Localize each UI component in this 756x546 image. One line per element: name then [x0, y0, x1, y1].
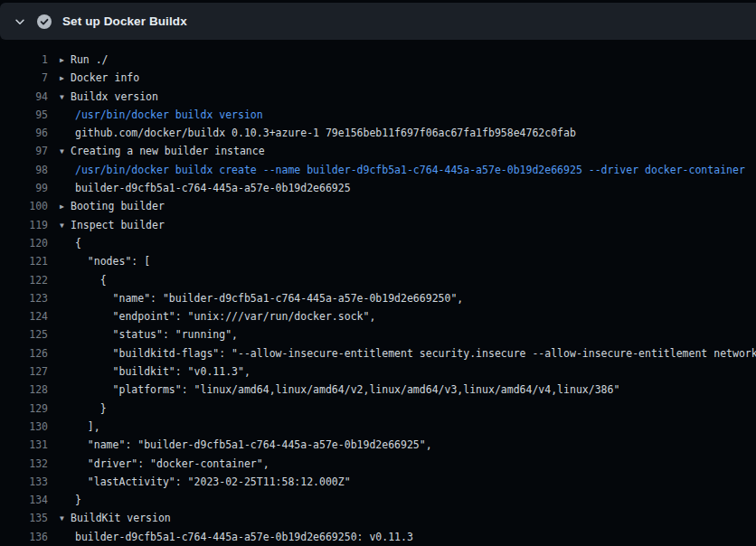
output-text: "lastActivity": "2023-02-25T11:58:12.000…: [75, 473, 351, 491]
output-text: }: [75, 491, 81, 509]
line-number[interactable]: 123: [0, 289, 48, 307]
log-line: 99builder-d9cfb5a1-c764-445a-a57e-0b19d2…: [0, 179, 756, 197]
line-number[interactable]: 119: [0, 216, 48, 234]
actions-log-viewer: Set up Docker Buildx 1▶Run ./7▶Docker in…: [0, 0, 756, 546]
triangle-expanded-icon: ▼: [60, 89, 71, 106]
output-text: "status": "running",: [75, 325, 238, 344]
log-line: 1▶Run ./: [0, 51, 756, 69]
line-number[interactable]: 98: [0, 161, 48, 179]
output-text: "name": "builder-d9cfb5a1-c764-445a-a57e…: [75, 436, 432, 454]
group-title: Docker info: [71, 71, 139, 84]
line-number[interactable]: 132: [0, 455, 48, 473]
log-group-header[interactable]: ▼Buildx version: [60, 88, 158, 106]
log-line: 128 "platforms": "linux/amd64,linux/amd6…: [0, 381, 756, 399]
log-line: 126 "buildkitd-flags": "--allow-insecure…: [0, 344, 756, 362]
line-number[interactable]: 95: [0, 106, 48, 124]
line-number[interactable]: 7: [0, 69, 48, 87]
log-line: 95/usr/bin/docker buildx version: [0, 106, 756, 124]
group-title: Inspect builder: [71, 219, 165, 231]
line-number[interactable]: 135: [0, 509, 48, 527]
log-group-header[interactable]: ▼Inspect builder: [60, 216, 165, 234]
step-title: Set up Docker Buildx: [62, 14, 187, 28]
log-line: 127 "buildkit": "v0.11.3",: [0, 362, 756, 381]
line-number[interactable]: 125: [0, 325, 48, 344]
log-line: 96github.com/docker/buildx 0.10.3+azure-…: [0, 124, 756, 142]
log-line: 7▶Docker info: [0, 69, 756, 87]
log-line: 122 {: [0, 271, 756, 289]
line-number[interactable]: 127: [0, 362, 48, 381]
log-line: 123 "name": "builder-d9cfb5a1-c764-445a-…: [0, 289, 756, 307]
log-line: 97▼Creating a new builder instance: [0, 142, 756, 160]
log-group-header[interactable]: ▶Booting builder: [60, 197, 165, 215]
line-number[interactable]: 133: [0, 473, 48, 491]
chevron-down-icon: [14, 15, 26, 28]
output-text: "buildkit": "v0.11.3",: [75, 362, 250, 381]
log-line: 100▶Booting builder: [0, 197, 756, 215]
log-group-header[interactable]: ▼Creating a new builder instance: [60, 142, 265, 160]
line-number[interactable]: 94: [0, 88, 48, 106]
output-text: "buildkitd-flags": "--allow-insecure-ent…: [75, 344, 756, 362]
line-number[interactable]: 134: [0, 491, 48, 509]
log-group-header[interactable]: ▶Run ./: [60, 51, 109, 69]
step-header[interactable]: Set up Docker Buildx: [0, 3, 756, 40]
output-text: "platforms": "linux/amd64,linux/amd64/v2…: [75, 381, 619, 399]
log-line: 121 "nodes": [: [0, 252, 756, 270]
triangle-collapsed-icon: ▶: [60, 198, 71, 215]
triangle-collapsed-icon: ▶: [60, 70, 71, 87]
log-line: 132 "driver": "docker-container",: [0, 455, 756, 473]
log-line: 120{: [0, 234, 756, 252]
log-line: 94▼Buildx version: [0, 88, 756, 106]
triangle-collapsed-icon: ▶: [60, 52, 71, 69]
log-line: 130 ],: [0, 418, 756, 436]
group-title: Run ./: [71, 53, 109, 66]
line-number[interactable]: 99: [0, 179, 48, 197]
line-number[interactable]: 130: [0, 418, 48, 436]
line-number[interactable]: 131: [0, 436, 48, 454]
log-group-header[interactable]: ▼BuildKit version: [60, 509, 171, 527]
check-circle-icon: [37, 14, 52, 29]
output-text: builder-d9cfb5a1-c764-445a-a57e-0b19d2e6…: [75, 179, 351, 197]
line-number[interactable]: 124: [0, 307, 48, 325]
line-number[interactable]: 126: [0, 344, 48, 362]
log-line: 98/usr/bin/docker buildx create --name b…: [0, 161, 756, 179]
output-text: "nodes": [: [75, 252, 150, 270]
line-number[interactable]: 97: [0, 142, 48, 160]
log-line: 133 "lastActivity": "2023-02-25T11:58:12…: [0, 473, 756, 491]
log-lines: 1▶Run ./7▶Docker info94▼Buildx version95…: [0, 40, 756, 546]
output-text: }: [75, 400, 107, 418]
output-text: "name": "builder-d9cfb5a1-c764-445a-a57e…: [75, 289, 463, 307]
triangle-expanded-icon: ▼: [60, 217, 71, 234]
log-line: 131 "name": "builder-d9cfb5a1-c764-445a-…: [0, 436, 756, 454]
line-number[interactable]: 129: [0, 400, 48, 418]
log-line: 134}: [0, 491, 756, 509]
line-number[interactable]: 96: [0, 124, 48, 142]
log-line: 135▼BuildKit version: [0, 509, 756, 527]
output-text: github.com/docker/buildx 0.10.3+azure-1 …: [75, 124, 576, 142]
line-number[interactable]: 136: [0, 528, 48, 546]
log-group-header[interactable]: ▶Docker info: [60, 69, 139, 87]
log-line: 129 }: [0, 400, 756, 418]
line-number[interactable]: 121: [0, 252, 48, 270]
line-number[interactable]: 128: [0, 381, 48, 399]
command-text: /usr/bin/docker buildx version: [75, 106, 263, 124]
output-text: ],: [75, 418, 100, 436]
log-line: 119▼Inspect builder: [0, 216, 756, 234]
group-title: Buildx version: [71, 90, 158, 103]
output-text: {: [75, 234, 81, 252]
output-text: "endpoint": "unix:///var/run/docker.sock…: [75, 307, 375, 325]
line-number[interactable]: 120: [0, 234, 48, 252]
line-number[interactable]: 122: [0, 271, 48, 289]
log-line: 136builder-d9cfb5a1-c764-445a-a57e-0b19d…: [0, 528, 756, 546]
line-number[interactable]: 100: [0, 197, 48, 215]
group-title: Booting builder: [71, 200, 165, 212]
command-text: /usr/bin/docker buildx create --name bui…: [75, 161, 745, 179]
triangle-expanded-icon: ▼: [60, 143, 71, 160]
output-text: {: [75, 271, 107, 289]
line-number[interactable]: 1: [0, 51, 48, 69]
group-title: Creating a new builder instance: [71, 145, 265, 157]
triangle-expanded-icon: ▼: [60, 510, 71, 527]
log-line: 124 "endpoint": "unix:///var/run/docker.…: [0, 307, 756, 325]
log-line: 125 "status": "running",: [0, 325, 756, 344]
output-text: builder-d9cfb5a1-c764-445a-a57e-0b19d2e6…: [75, 528, 413, 546]
output-text: "driver": "docker-container",: [75, 455, 269, 473]
